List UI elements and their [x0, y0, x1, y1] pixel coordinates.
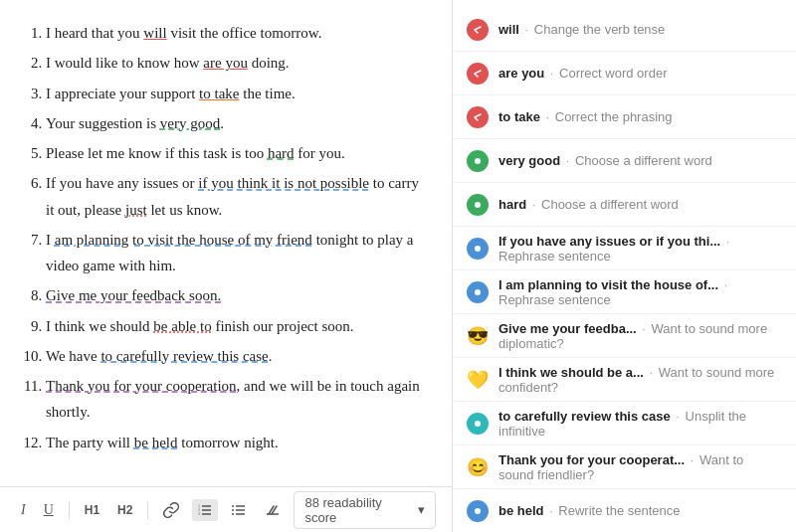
- svg-point-17: [475, 421, 481, 427]
- ordered-list-button[interactable]: 1 2 3: [192, 499, 218, 521]
- suggestion-card[interactable]: be held · Rewrite the sentence: [453, 489, 796, 532]
- suggestion-text: I think we should be a... · Want to soun…: [498, 365, 782, 395]
- suggestion-action: Correct the phrasing: [555, 109, 673, 124]
- suggestion-card[interactable]: 😊Thank you for your cooperat... · Want t…: [453, 445, 796, 489]
- underline-button[interactable]: U: [39, 499, 59, 521]
- svg-point-13: [475, 158, 481, 164]
- readability-score-text: 88 readability score: [304, 495, 414, 525]
- highlighted-word[interactable]: Give me your feedback soon.: [46, 287, 221, 303]
- suggestion-dot: ·: [720, 277, 727, 292]
- suggestion-icon: [467, 194, 489, 216]
- suggestion-icon: [467, 500, 489, 522]
- suggestion-text: are you · Correct word order: [498, 66, 782, 81]
- link-button[interactable]: [158, 499, 184, 521]
- svg-point-18: [475, 508, 481, 514]
- highlighted-word[interactable]: am planning to visit the house of my fri…: [55, 232, 312, 248]
- suggestion-text: to take · Correct the phrasing: [498, 109, 782, 124]
- h1-button[interactable]: H1: [80, 500, 104, 520]
- sentence-item: We have to carefully review this case.: [46, 343, 428, 369]
- suggestion-text: very good · Choose a different word: [498, 153, 782, 168]
- clear-format-button[interactable]: [260, 499, 286, 521]
- sentence-list: I heard that you will visit the office t…: [24, 20, 428, 455]
- suggestion-dot: ·: [687, 452, 697, 467]
- suggestion-dot: ·: [646, 365, 657, 380]
- suggestion-card[interactable]: 💛I think we should be a... · Want to sou…: [453, 358, 796, 402]
- suggestion-dot: ·: [546, 66, 557, 81]
- editor-panel: I heard that you will visit the office t…: [0, 0, 453, 532]
- suggestion-text: hard · Choose a different word: [498, 197, 782, 212]
- toolbar: I U H1 H2 1 2 3: [0, 486, 452, 532]
- suggestion-word: be held: [498, 503, 544, 518]
- suggestion-word: If you have any issues or if you thi...: [498, 234, 720, 249]
- suggestion-action: Correct word order: [559, 66, 667, 81]
- suggestion-word: to carefully review this case: [498, 409, 671, 424]
- suggestion-action: Rewrite the sentence: [558, 503, 680, 518]
- suggestion-card[interactable]: to take · Correct the phrasing: [453, 95, 796, 139]
- suggestion-action: Choose a different word: [575, 153, 712, 168]
- suggestion-icon: [467, 106, 489, 128]
- svg-point-14: [475, 202, 481, 208]
- highlighted-word[interactable]: will: [143, 25, 166, 41]
- readability-score[interactable]: 88 readability score ▾: [294, 491, 436, 529]
- suggestion-icon: [467, 19, 489, 41]
- svg-point-9: [232, 505, 234, 507]
- suggestion-icon: [467, 281, 489, 303]
- svg-point-16: [475, 289, 481, 295]
- sentence-item: I think we should be able to finish our …: [46, 313, 428, 339]
- italic-button[interactable]: I: [16, 499, 31, 521]
- highlighted-word[interactable]: if you think it is not possible: [198, 175, 369, 191]
- suggestion-icon: [467, 413, 489, 435]
- suggestion-icon: [467, 63, 489, 85]
- suggestion-icon: [467, 238, 489, 260]
- sentence-item: Give me your feedback soon.: [46, 282, 428, 308]
- suggestion-text: will · Change the verb tense: [498, 22, 782, 37]
- sentence-item: I heard that you will visit the office t…: [46, 20, 428, 46]
- suggestion-dot: ·: [546, 503, 557, 518]
- suggestion-word: will: [498, 22, 519, 37]
- suggestion-dot: ·: [542, 109, 553, 124]
- suggestion-word: very good: [498, 153, 560, 168]
- highlighted-word[interactable]: just: [125, 202, 147, 218]
- suggestion-text: be held · Rewrite the sentence: [498, 503, 782, 518]
- suggestion-word: to take: [498, 109, 540, 124]
- suggestion-card[interactable]: are you · Correct word order: [453, 52, 796, 95]
- suggestion-card[interactable]: I am planning to visit the house of... ·…: [453, 270, 796, 314]
- suggestion-text: I am planning to visit the house of... ·…: [498, 277, 782, 307]
- suggestion-card[interactable]: If you have any issues or if you thi... …: [453, 227, 796, 270]
- highlighted-word[interactable]: to carefully review this case: [100, 348, 268, 364]
- suggestion-dot: ·: [562, 153, 573, 168]
- suggestion-dot: ·: [639, 321, 650, 336]
- sentence-item: I am planning to visit the house of my f…: [46, 227, 428, 279]
- highlighted-word[interactable]: be able to: [153, 318, 211, 334]
- suggestion-card[interactable]: to carefully review this case · Unsplit …: [453, 402, 796, 445]
- svg-point-10: [232, 509, 234, 511]
- suggestion-dot: ·: [673, 409, 684, 424]
- h2-button[interactable]: H2: [112, 500, 137, 520]
- highlighted-word[interactable]: Thank you for your cooperation: [46, 378, 237, 394]
- suggestions-panel: will · Change the verb tenseare you · Co…: [453, 0, 796, 532]
- suggestion-card[interactable]: 😎Give me your feedba... · Want to sound …: [453, 314, 796, 358]
- suggestion-action: Choose a different word: [541, 197, 679, 212]
- suggestion-action: Change the verb tense: [534, 22, 666, 37]
- suggestion-icon: 😎: [467, 325, 489, 347]
- unordered-list-button[interactable]: [226, 499, 252, 521]
- highlighted-word[interactable]: be held: [134, 435, 178, 450]
- suggestion-text: Thank you for your cooperat... · Want to…: [498, 452, 782, 482]
- sentence-item: The party will be held tomorrow night.: [46, 430, 428, 455]
- suggestion-action: Rephrase sentence: [498, 292, 611, 307]
- sentence-item: Please let me know if this task is too h…: [46, 140, 428, 166]
- toolbar-separator-2: [147, 501, 148, 519]
- highlighted-word[interactable]: hard: [268, 145, 295, 161]
- editor-content[interactable]: I heard that you will visit the office t…: [0, 0, 452, 486]
- suggestion-dot: ·: [521, 22, 532, 37]
- suggestion-word: Thank you for your cooperat...: [498, 452, 685, 467]
- suggestion-card[interactable]: very good · Choose a different word: [453, 139, 796, 183]
- suggestion-card[interactable]: hard · Choose a different word: [453, 183, 796, 227]
- readability-arrow: ▾: [418, 502, 425, 517]
- highlighted-word[interactable]: to take: [199, 86, 239, 101]
- highlighted-word[interactable]: very good: [160, 115, 220, 131]
- svg-text:3: 3: [198, 511, 200, 516]
- highlighted-word[interactable]: are you: [203, 55, 248, 71]
- suggestion-word: hard: [498, 197, 526, 212]
- suggestion-card[interactable]: will · Change the verb tense: [453, 8, 796, 52]
